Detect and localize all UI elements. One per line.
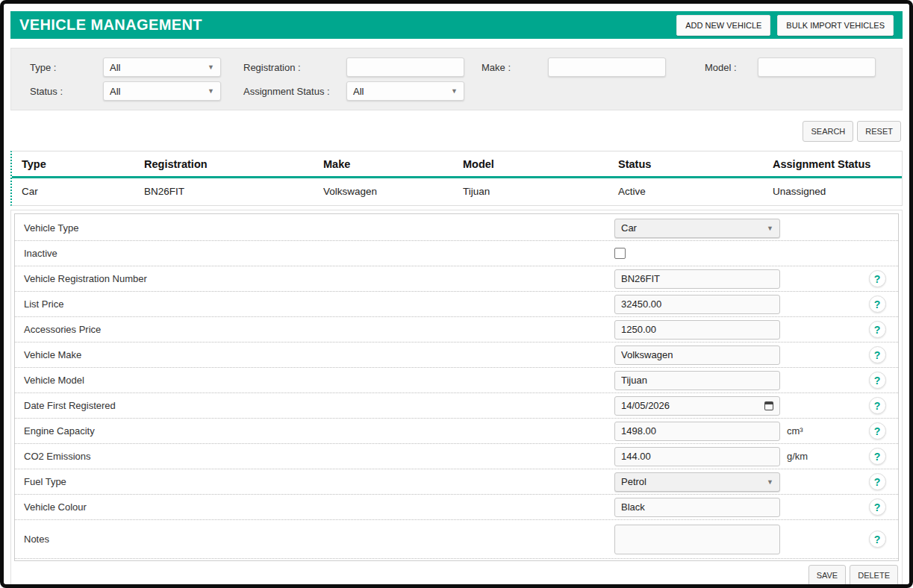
save-button[interactable]: SAVE [808,565,847,586]
filter-item-status: Status :All▼ [30,81,221,101]
vehicle-management-page: VEHICLE MANAGEMENT ADD NEW VEHICLEBULK I… [0,0,913,588]
form-row-vehicle-registration-number: Vehicle Registration Number? [15,266,898,292]
field-label: Engine Capacity [24,425,614,437]
table-cell: Unassigned [763,178,902,205]
table-cell: Tijuan [453,178,608,205]
help-icon[interactable]: ? [869,397,886,414]
form-row-fuel-type: Fuel TypePetrol▼? [15,469,898,495]
filter-label: Assignment Status : [243,86,346,97]
field-control: cm³ [614,422,861,441]
delete-button[interactable]: DELETE [850,565,898,586]
form-row-date-first-registered: Date First Registered14/05/2026? [15,393,898,419]
field-control [614,371,861,390]
header-actions: ADD NEW VEHICLEBULK IMPORT VEHICLES [676,15,894,36]
help-icon[interactable]: ? [869,270,886,287]
date-first-registered-input[interactable]: 14/05/2026 [614,396,780,416]
column-header-assignment-status: Assignment Status [763,151,902,176]
filter-label: Registration : [243,62,346,73]
field-label: Vehicle Model [24,375,614,386]
fuel-type-select[interactable]: Petrol▼ [614,472,780,492]
vehicle-registration-number-input[interactable] [614,269,780,289]
select-value: All [353,86,364,97]
help-cell: ? [861,397,894,414]
assignment-status-filter-select[interactable]: All▼ [346,81,464,101]
chevron-down-icon: ▼ [208,63,214,71]
field-label: CO2 Emissions [24,451,614,462]
help-icon[interactable]: ? [869,372,886,389]
filter-row-2: Status :All▼Assignment Status :All▼ [30,81,902,101]
co2-emissions-input[interactable] [614,447,780,466]
help-cell: ? [861,498,894,516]
make-filter-input[interactable] [548,57,666,77]
filter-item-type: Type :All▼ [30,57,221,77]
chevron-down-icon: ▼ [767,478,773,486]
help-icon[interactable]: ? [869,448,886,465]
page-header: VEHICLE MANAGEMENT ADD NEW VEHICLEBULK I… [10,11,903,39]
vehicle-model-input[interactable] [614,371,780,390]
filter-item-make: Make : [482,57,666,77]
help-icon[interactable]: ? [869,473,886,490]
notes-input[interactable] [614,525,780,554]
help-cell: ? [861,295,894,313]
help-icon[interactable]: ? [869,498,886,516]
form-row-list-price: List Price? [15,292,898,317]
field-control [614,248,861,259]
filter-item-registration: Registration : [243,57,464,77]
select-value: All [110,86,120,97]
form-row-vehicle-type: Vehicle TypeCar▼ [15,216,898,241]
vehicle-make-input[interactable] [614,345,780,365]
filter-item-model: Model : [705,57,876,77]
form-row-engine-capacity: Engine Capacitycm³? [15,419,898,444]
select-value: Petrol [621,476,646,487]
help-cell: ? [861,372,894,389]
form-row-co2-emissions: CO2 Emissionsg/km? [15,444,898,469]
help-cell: ? [861,321,894,338]
help-icon[interactable]: ? [869,531,886,548]
help-icon[interactable]: ? [869,346,886,363]
help-cell: ? [861,531,894,548]
inactive-checkbox[interactable] [614,248,626,259]
engine-capacity-input[interactable] [614,422,780,441]
chevron-down-icon: ▼ [451,87,458,95]
model-filter-input[interactable] [758,57,876,77]
field-control [614,269,861,289]
table-cell: Car [12,178,134,205]
select-value: Car [621,222,637,234]
field-label: Vehicle Colour [24,501,614,513]
field-control: Petrol▼ [614,472,861,492]
field-control [614,498,861,517]
search-button[interactable]: SEARCH [803,121,853,142]
form-row-vehicle-make: Vehicle Make? [15,343,898,368]
vehicle-type-select[interactable]: Car▼ [614,219,780,238]
status-filter-select[interactable]: All▼ [103,81,221,101]
list-price-input[interactable] [614,295,780,314]
help-icon[interactable]: ? [869,321,886,338]
help-cell: ? [861,448,894,465]
field-label: Date First Registered [24,400,614,411]
page-title: VEHICLE MANAGEMENT [19,16,202,34]
bulk-import-vehicles-button[interactable]: BULK IMPORT VEHICLES [777,15,894,36]
filter-item-assignment-status: Assignment Status :All▼ [243,81,464,101]
form-row-notes: Notes? [15,520,898,559]
filter-panel: Type :All▼Registration :Make :Model : St… [10,48,903,110]
help-icon[interactable]: ? [869,295,886,313]
column-header-type: Type [12,151,134,176]
reset-button[interactable]: RESET [857,121,901,142]
field-control [614,320,861,340]
registration-filter-input[interactable] [346,57,464,77]
type-filter-select[interactable]: All▼ [103,57,221,77]
accessories-price-input[interactable] [614,320,780,340]
field-label: Vehicle Make [24,349,614,360]
field-control [614,525,861,554]
field-label: Inactive [24,248,614,259]
table-row[interactable]: CarBN26FITVolkswagenTijuanActiveUnassign… [12,178,902,205]
help-icon[interactable]: ? [869,422,886,440]
filter-label: Model : [705,62,758,73]
vehicle-edit-form: Vehicle TypeCar▼InactiveVehicle Registra… [14,213,899,561]
form-row-accessories-price: Accessories Price? [15,317,898,343]
column-header-registration: Registration [134,151,314,176]
field-label: Accessories Price [24,324,614,335]
vehicle-colour-input[interactable] [614,498,780,517]
add-new-vehicle-button[interactable]: ADD NEW VEHICLE [676,15,770,36]
chevron-down-icon: ▼ [767,225,773,232]
